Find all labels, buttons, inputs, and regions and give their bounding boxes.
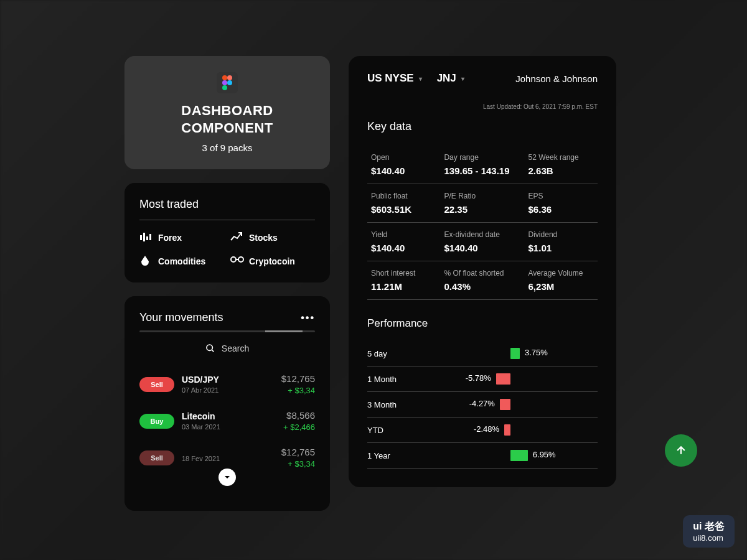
performance-bar: -2.48% xyxy=(423,424,598,436)
performance-row: 1 Year6.95% xyxy=(367,443,598,469)
key-label: Dividend xyxy=(529,230,594,239)
performance-label: YTD xyxy=(367,426,423,435)
movement-row[interactable]: SellUSD/JPY07 Abr 2021$12,765+ $3,34 xyxy=(139,366,315,403)
svg-rect-7 xyxy=(146,236,148,240)
key-label: Public float xyxy=(371,192,436,200)
chevron-down-icon: ▾ xyxy=(419,75,422,82)
svg-point-12 xyxy=(207,345,212,350)
movement-change: + $3,34 xyxy=(281,386,315,395)
performance-value: 3.75% xyxy=(525,348,548,357)
movement-date: 07 Abr 2021 xyxy=(182,386,274,394)
key-data-title: Key data xyxy=(367,120,598,133)
key-cell: Day range139.65 - 143.19 xyxy=(440,146,524,184)
svg-point-9 xyxy=(231,257,236,262)
key-label: % Of float shorted xyxy=(444,269,520,278)
movements-title: Your movements xyxy=(139,311,223,324)
movement-change: + $3,34 xyxy=(281,459,315,469)
performance-label: 5 day xyxy=(367,349,423,358)
cryptocoin-icon xyxy=(230,255,243,268)
performance-bar: -4.27% xyxy=(423,398,598,411)
key-cell: Average Volume6,23M xyxy=(525,261,598,300)
svg-rect-5 xyxy=(140,235,142,240)
chevron-down-icon xyxy=(223,474,231,481)
search-input[interactable]: Search xyxy=(139,343,315,353)
key-value: 2.63B xyxy=(529,166,594,176)
traded-item-comodities[interactable]: Comodities xyxy=(139,255,224,268)
performance-title: Performance xyxy=(367,317,598,330)
key-cell: 52 Week range2.63B xyxy=(525,146,598,184)
movements-card: Your movements ••• Search SellUSD/JPY07 … xyxy=(125,296,330,511)
key-value: 139.65 - 143.19 xyxy=(444,166,520,176)
performance-bar: 3.75% xyxy=(423,347,598,360)
chevron-down-icon: ▾ xyxy=(461,75,464,82)
key-cell: Short interest11.21M xyxy=(367,261,440,300)
forex-icon xyxy=(139,231,152,244)
performance-label: 3 Month xyxy=(367,400,423,409)
more-icon[interactable]: ••• xyxy=(301,312,315,324)
svg-point-0 xyxy=(222,75,227,80)
search-icon xyxy=(205,343,215,353)
key-value: $1.01 xyxy=(529,243,594,253)
figma-icon xyxy=(217,72,238,93)
key-value: 6,23M xyxy=(529,281,594,292)
performance-value: -5.78% xyxy=(466,373,491,383)
performance-value: -4.27% xyxy=(469,399,495,408)
performance-row: 5 day3.75% xyxy=(367,341,598,366)
key-value: $140.40 xyxy=(371,166,436,176)
performance-row: YTD-2.48% xyxy=(367,418,598,443)
buy-pill: Buy xyxy=(139,414,174,429)
traded-item-cryptocoin[interactable]: Cryptocoin xyxy=(230,255,315,268)
key-label: P/E Ratio xyxy=(444,192,520,200)
key-label: EPS xyxy=(529,192,594,200)
comodities-icon xyxy=(139,255,152,268)
key-cell: EPS$6.36 xyxy=(525,184,598,223)
movements-scrollbar[interactable] xyxy=(139,330,315,332)
svg-point-3 xyxy=(227,80,232,85)
svg-point-10 xyxy=(238,257,243,262)
ticker-dropdown[interactable]: JNJ ▾ xyxy=(437,72,464,85)
movement-name: USD/JPY xyxy=(182,375,274,385)
watermark: ui 老爸 uii8.com xyxy=(683,515,735,548)
key-label: Yield xyxy=(371,230,436,239)
movement-date: 03 Mar 2021 xyxy=(182,423,276,431)
key-value: $603.51K xyxy=(371,204,436,215)
svg-rect-8 xyxy=(149,234,151,240)
most-traded-card: Most traded ForexStocksComoditiesCryptoc… xyxy=(125,183,330,282)
svg-line-13 xyxy=(212,350,214,352)
key-label: Ex-dividend date xyxy=(444,230,520,239)
key-label: Open xyxy=(371,153,436,162)
exchange-dropdown[interactable]: US NYSE ▾ xyxy=(367,72,422,85)
key-label: Short interest xyxy=(371,269,436,278)
traded-item-forex[interactable]: Forex xyxy=(139,231,224,244)
movement-date: 18 Fev 2021 xyxy=(182,455,274,462)
key-value: 11.21M xyxy=(371,281,436,292)
last-updated: Last Updated: Out 6, 2021 7:59 p.m. EST xyxy=(367,103,598,110)
arrow-up-icon xyxy=(675,444,687,457)
most-traded-title: Most traded xyxy=(139,198,315,211)
movement-amount: $8,566 xyxy=(283,410,315,421)
stocks-icon xyxy=(230,231,243,244)
svg-point-4 xyxy=(222,85,227,90)
key-cell: P/E Ratio22.35 xyxy=(440,184,524,223)
scroll-up-button[interactable] xyxy=(665,434,697,467)
movement-row[interactable]: BuyLitecoin03 Mar 2021$8,566+ $2,466 xyxy=(139,403,315,439)
company-name: Johnson & Johnson xyxy=(515,73,598,84)
traded-item-stocks[interactable]: Stocks xyxy=(230,231,315,244)
expand-button[interactable] xyxy=(218,469,236,486)
performance-row: 1 Month-5.78% xyxy=(367,366,598,392)
key-cell: % Of float shorted0.43% xyxy=(440,261,524,300)
key-label: 52 Week range xyxy=(529,153,594,162)
key-cell: Ex-dividend date$140.40 xyxy=(440,223,524,261)
key-cell: Public float$603.51K xyxy=(367,184,440,223)
key-label: Day range xyxy=(444,153,520,162)
key-label: Average Volume xyxy=(529,269,594,278)
key-value: $6.36 xyxy=(529,204,594,215)
key-cell: Yield$140.40 xyxy=(367,223,440,261)
movement-change: + $2,466 xyxy=(283,422,315,432)
svg-point-2 xyxy=(222,80,227,85)
performance-value: 6.95% xyxy=(533,450,556,459)
pack-subtitle: 3 of 9 packs xyxy=(141,142,314,153)
key-cell: Dividend$1.01 xyxy=(525,223,598,261)
key-value: $140.40 xyxy=(371,243,436,253)
pack-header-card: DASHBOARDCOMPONENT 3 of 9 packs xyxy=(125,56,330,169)
